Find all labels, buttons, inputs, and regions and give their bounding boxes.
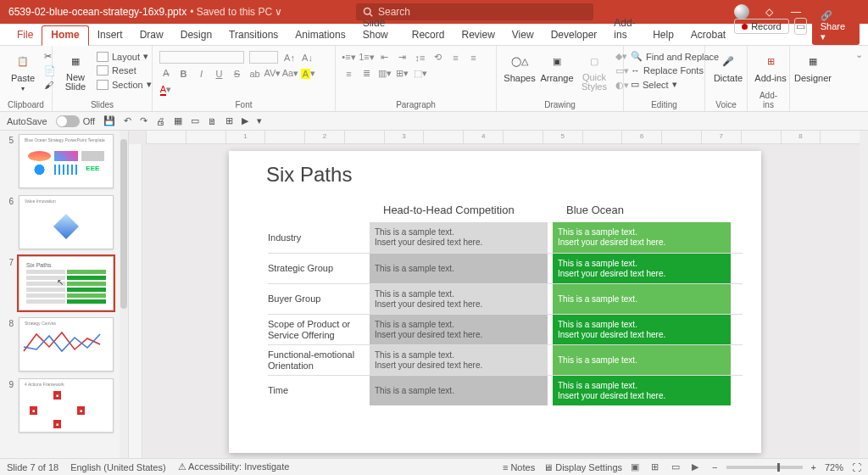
align-right-button[interactable]: ≡ [342, 67, 355, 80]
columns-button[interactable]: ▥▾ [378, 67, 391, 80]
indent-decrease-button[interactable]: ⇤ [378, 51, 391, 64]
arrange-button[interactable]: ▣Arrange [541, 51, 573, 83]
thumb-slide-6[interactable]: Value Innovation [19, 195, 114, 249]
search-input[interactable]: Search [356, 3, 593, 20]
table-row[interactable]: Strategic GroupThis is a sample text.Thi… [268, 253, 743, 283]
tab-transitions[interactable]: Transitions [220, 25, 287, 45]
zoom-slider[interactable] [726, 466, 803, 469]
undo-button[interactable]: ↶ [124, 115, 131, 126]
row-label[interactable]: Strategic Group [268, 254, 370, 283]
thumb-slide-9[interactable]: 4 Actions Framework ■ ■ ■ ■ [19, 378, 114, 433]
cell-competition[interactable]: This is a sample text.Insert your desire… [370, 315, 548, 344]
tab-view[interactable]: View [504, 25, 542, 45]
tab-addins[interactable]: Add-ins [605, 14, 644, 45]
col-header-blueocean[interactable]: Blue Ocean [566, 204, 624, 216]
tab-insert[interactable]: Insert [89, 25, 131, 45]
cell-blueocean[interactable]: This is a sample text.Insert your desire… [553, 315, 731, 344]
underline-button[interactable]: U [213, 67, 225, 80]
zoom-in-button[interactable]: + [811, 462, 816, 472]
canvas-scrollbar[interactable] [860, 131, 868, 458]
shape-outline-button[interactable]: ▭▾ [615, 65, 629, 76]
font-size-select[interactable] [249, 51, 278, 64]
italic-button[interactable]: I [195, 67, 208, 80]
normal-view-button[interactable]: ▣ [631, 461, 643, 473]
save-button[interactable]: 💾 [103, 115, 115, 126]
cell-competition[interactable]: This is a sample text.Insert your desire… [370, 284, 548, 314]
tab-record[interactable]: Record [403, 25, 453, 45]
table-row[interactable]: TimeThis is a sample text.This is a samp… [268, 375, 743, 405]
clear-format-button[interactable]: A̶ [159, 67, 172, 80]
justify-button[interactable]: ≣ [360, 67, 373, 80]
row-label[interactable]: Industry [268, 222, 370, 253]
spacing-button[interactable]: AV▾ [266, 67, 279, 80]
collapse-ribbon-button[interactable]: ⌄ [850, 46, 868, 111]
smartart-button[interactable]: ⬚▾ [414, 67, 426, 80]
cell-blueocean[interactable]: This is a sample text.Insert your desire… [553, 376, 731, 405]
thumb-slide-8[interactable]: Strategy Canvas [19, 317, 114, 372]
table-row[interactable]: Functional-emotional OrientationThis is … [268, 344, 743, 375]
slide-canvas[interactable]: 12345678 Six Paths Head-to-Head Competit… [129, 131, 860, 458]
sorter-view-button[interactable]: ⊞ [651, 461, 663, 473]
row-label[interactable]: Functional-emotional Orientation [268, 345, 370, 375]
tab-animations[interactable]: Animations [287, 25, 353, 45]
align-text-button[interactable]: ⊞▾ [396, 67, 409, 80]
bold-button[interactable]: B [177, 67, 190, 80]
section-button[interactable]: Section ▾ [97, 79, 152, 90]
shape-fill-button[interactable]: ◆▾ [615, 51, 629, 62]
dictate-button[interactable]: 🎤Dictate [712, 51, 744, 83]
slide-counter[interactable]: Slide 7 of 18 [7, 462, 58, 472]
row-label[interactable]: Time [268, 376, 370, 405]
cell-blueocean[interactable]: This is a sample text.Insert your desire… [553, 222, 731, 253]
share-button[interactable]: 🔗 Share ▾ [812, 8, 860, 45]
table-row[interactable]: IndustryThis is a sample text.Insert you… [268, 222, 743, 253]
shadow-button[interactable]: ab [248, 67, 261, 80]
table-row[interactable]: Scope of Product or Service OfferingThis… [268, 314, 743, 344]
qat-icon-3[interactable]: ▭ [191, 115, 199, 126]
shapes-button[interactable]: ◯△Shapes [504, 51, 536, 83]
zoom-value[interactable]: 72% [825, 462, 843, 472]
text-direction-button[interactable]: ⟲ [431, 51, 444, 64]
new-slide-button[interactable]: ▦ New Slide [59, 51, 92, 92]
strike-button[interactable]: S [231, 67, 243, 80]
numbering-button[interactable]: 1≡▾ [360, 51, 373, 64]
redo-button[interactable]: ↷ [140, 115, 147, 126]
tab-developer[interactable]: Developer [542, 25, 606, 45]
highlight-button[interactable]: A▾ [302, 67, 314, 80]
row-label[interactable]: Buyer Group [268, 284, 370, 314]
qat-icon-5[interactable]: ⊞ [225, 115, 233, 126]
cell-blueocean[interactable]: This is a sample text. [553, 284, 731, 314]
font-color-button[interactable]: A▾ [159, 83, 172, 96]
qat-icon-1[interactable]: 🖨 [156, 116, 165, 126]
thumbs-scrollbar[interactable] [120, 131, 128, 458]
tab-help[interactable]: Help [644, 25, 682, 45]
layout-button[interactable]: Layout ▾ [97, 51, 152, 62]
notes-button[interactable]: ≡ Notes [503, 462, 535, 472]
language-status[interactable]: English (United States) [70, 462, 166, 472]
cell-competition[interactable]: This is a sample text. [370, 376, 548, 405]
record-button[interactable]: Record [734, 19, 788, 34]
shape-effects-button[interactable]: ◐▾ [615, 80, 629, 91]
cell-blueocean[interactable]: This is a sample text.Insert your desire… [553, 254, 731, 283]
paste-button[interactable]: 📋 Paste▾ [7, 51, 39, 92]
tab-home[interactable]: Home [42, 25, 88, 46]
quick-styles-button[interactable]: ▢Quick Styles [578, 51, 610, 92]
thumb-slide-5[interactable]: Blue Ocean Strategy PowerPoint Template … [19, 134, 114, 188]
display-settings-button[interactable]: 🖥 Display Settings [543, 462, 622, 472]
align-left-button[interactable]: ≡ [449, 51, 462, 64]
tab-acrobat[interactable]: Acrobat [682, 25, 734, 45]
qat-icon-6[interactable]: ▶ [242, 115, 248, 126]
addins-button[interactable]: ⊞Add-ins [754, 51, 787, 83]
slide-title[interactable]: Six Paths [266, 163, 761, 187]
row-label[interactable]: Scope of Product or Service Offering [268, 315, 370, 344]
zoom-out-button[interactable]: − [712, 462, 717, 472]
align-center-button[interactable]: ≡ [467, 51, 480, 64]
font-family-select[interactable] [159, 51, 244, 64]
mode-switch-button[interactable]: ▭ [794, 18, 807, 35]
tab-draw[interactable]: Draw [131, 25, 172, 45]
change-case-button[interactable]: Aa▾ [284, 67, 297, 80]
accessibility-status[interactable]: ⚠ Accessibility: Investigate [178, 461, 290, 472]
tab-file[interactable]: File [8, 25, 42, 45]
cell-competition[interactable]: This is a sample text.Insert your desire… [370, 345, 548, 375]
designer-button[interactable]: ▦Designer [797, 51, 829, 83]
qat-icon-4[interactable]: 🗎 [208, 116, 217, 126]
